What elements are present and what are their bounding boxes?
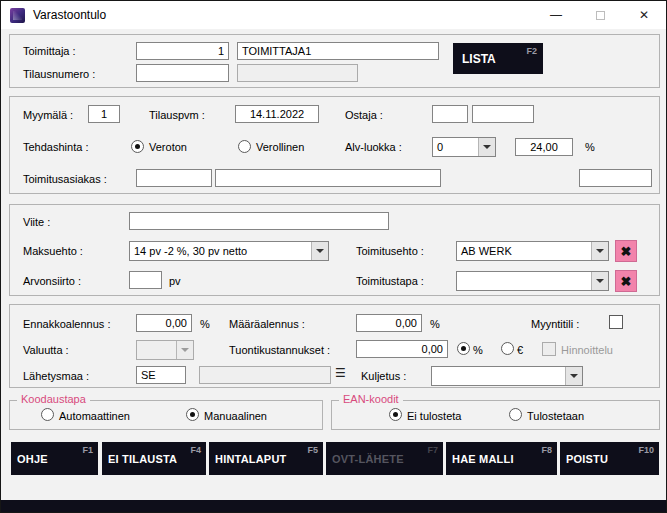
viite-label: Viite :: [23, 216, 50, 228]
toimitusasiakas-input-2[interactable]: [215, 169, 441, 187]
hintalaput-button-label: HINTALAPUT: [215, 453, 286, 465]
hinnoittelu-checkbox: [542, 342, 556, 356]
toimitusasiakas-input-1[interactable]: [136, 169, 212, 187]
toimitusehto-selected-value: AB WERK: [457, 242, 591, 260]
alv-luokka-selected-value: 0: [433, 138, 478, 156]
toimittaja-id-input[interactable]: [136, 42, 229, 60]
hintalaput-button-fkey: F5: [307, 445, 318, 455]
maaraalennus-input[interactable]: [356, 314, 422, 332]
valuutta-select: [136, 340, 194, 360]
toimittaja-label: Toimittaja :: [23, 45, 76, 57]
myyntitili-label: Myyntitili :: [531, 318, 579, 330]
toimitustapa-selected-value: [457, 272, 591, 290]
myymala-label: Myymälä :: [23, 109, 73, 121]
chevron-down-icon: [591, 272, 608, 290]
title-bar: Varastoontulo — ✕: [1, 1, 666, 29]
chevron-down-icon: [565, 367, 582, 385]
maaraalennus-label: Määräalennus :: [229, 318, 305, 330]
clear-toimitusehto-button[interactable]: ✖: [615, 240, 637, 262]
ohje-button[interactable]: OHJE F1: [11, 442, 98, 475]
tilausnumero-label: Tilausnumero :: [23, 68, 95, 80]
ovt-lahete-button-label: OVT-LÄHETE: [332, 453, 404, 465]
app-icon: [10, 8, 25, 23]
tuontikustannukset-label: Tuontikustannukset :: [229, 344, 330, 356]
ostaja-input-1[interactable]: [432, 105, 468, 123]
manuaalinen-radio-label[interactable]: Manuaalinen: [204, 410, 267, 422]
close-icon[interactable]: ✕: [622, 1, 666, 29]
toimittaja-name-input[interactable]: [237, 42, 439, 60]
chevron-down-icon: [478, 138, 495, 156]
ei-tilausta-button-label: EI TILAUSTA: [108, 453, 177, 465]
lahetysmaa-label: Lähetysmaa :: [23, 370, 89, 382]
tuontikustannukset-euro-radio[interactable]: [501, 342, 514, 355]
window-controls: — ✕: [534, 1, 666, 29]
alv-luokka-select[interactable]: 0: [432, 137, 496, 157]
kuljetus-select[interactable]: [431, 366, 583, 386]
toimitustapa-select[interactable]: [456, 271, 609, 291]
alv-percent-input[interactable]: [515, 138, 573, 156]
tuontikustannukset-percent-radio-label[interactable]: %: [473, 344, 483, 356]
automaattinen-radio-label[interactable]: Automaattinen: [59, 410, 130, 422]
maksuehto-select[interactable]: 14 pv -2 %, 30 pv netto: [129, 241, 329, 261]
hinnoittelu-label: Hinnoittelu: [561, 344, 613, 356]
ovt-lahete-button-fkey: F7: [427, 445, 438, 455]
valuutta-selected-value: [137, 341, 176, 359]
lahetysmaa-name-input: [199, 366, 331, 384]
tuontikustannukset-input[interactable]: [356, 340, 448, 358]
minimize-icon[interactable]: —: [534, 1, 578, 29]
tilauspvm-input[interactable]: [235, 105, 319, 123]
automaattinen-radio[interactable]: [41, 408, 54, 421]
tilauspvm-label: Tilauspvm :: [149, 109, 205, 121]
ohje-button-fkey: F1: [82, 445, 93, 455]
veroton-radio[interactable]: [131, 140, 144, 153]
ennakkoalennus-label: Ennakkoalennus :: [23, 318, 110, 330]
lahetysmaa-input[interactable]: [136, 366, 186, 384]
tuontikustannukset-euro-radio-label[interactable]: €: [517, 344, 523, 356]
myymala-input[interactable]: [88, 105, 120, 123]
kuljetus-label: Kuljetus :: [361, 370, 406, 382]
ostaja-input-2[interactable]: [472, 105, 534, 123]
viite-input[interactable]: [129, 212, 389, 230]
status-bar: [1, 500, 666, 512]
poistu-button[interactable]: POISTU F10: [560, 442, 659, 475]
ei-tulosteta-radio-label[interactable]: Ei tulosteta: [407, 410, 461, 422]
ovt-lahete-button: OVT-LÄHETE F7: [326, 442, 443, 475]
hae-malli-button[interactable]: HAE MALLI F8: [446, 442, 557, 475]
myyntitili-checkbox[interactable]: [609, 315, 623, 329]
veroton-radio-label[interactable]: Veroton: [149, 141, 187, 153]
lista-button-fkey: F2: [526, 46, 537, 56]
ei-tilausta-button[interactable]: EI TILAUSTA F4: [102, 442, 206, 475]
verollinen-radio-label[interactable]: Verollinen: [256, 141, 304, 153]
maximize-icon[interactable]: [578, 1, 622, 29]
toimitusehto-label: Toimitusehto :: [356, 245, 424, 257]
lista-button-label: LISTA: [462, 52, 496, 66]
maximize-box-glyph: [596, 11, 605, 20]
poistu-button-fkey: F10: [638, 445, 654, 455]
ei-tulosteta-radio[interactable]: [389, 408, 402, 421]
arvonsiirto-input[interactable]: [129, 271, 162, 289]
tulostetaan-radio-label[interactable]: Tulostetaan: [527, 410, 584, 422]
chevron-down-icon: [591, 242, 608, 260]
hintalaput-button[interactable]: HINTALAPUT F5: [209, 442, 323, 475]
poistu-button-label: POISTU: [566, 453, 608, 465]
ostaja-label: Ostaja :: [345, 109, 383, 121]
ei-tilausta-button-fkey: F4: [190, 445, 201, 455]
verollinen-radio[interactable]: [238, 140, 251, 153]
ennakkoalennus-input[interactable]: [136, 314, 192, 332]
hae-malli-button-fkey: F8: [541, 445, 552, 455]
hae-malli-button-label: HAE MALLI: [452, 453, 514, 465]
tuontikustannukset-percent-radio[interactable]: [457, 342, 470, 355]
tilausnumero-input[interactable]: [136, 64, 229, 82]
ohje-button-label: OHJE: [17, 453, 48, 465]
window-title: Varastoontulo: [33, 8, 106, 22]
chevron-down-icon: [311, 242, 328, 260]
maksuehto-label: Maksuehto :: [23, 245, 83, 257]
tulostetaan-radio[interactable]: [509, 408, 522, 421]
lista-button[interactable]: LISTA F2: [453, 43, 543, 74]
clear-toimitustapa-button[interactable]: ✖: [615, 270, 637, 292]
browse-list-icon[interactable]: ☰: [335, 367, 346, 380]
alv-percent-sign: %: [585, 141, 595, 153]
toimitusehto-select[interactable]: AB WERK: [456, 241, 609, 261]
toimitusasiakas-input-3[interactable]: [579, 169, 652, 187]
manuaalinen-radio[interactable]: [186, 408, 199, 421]
